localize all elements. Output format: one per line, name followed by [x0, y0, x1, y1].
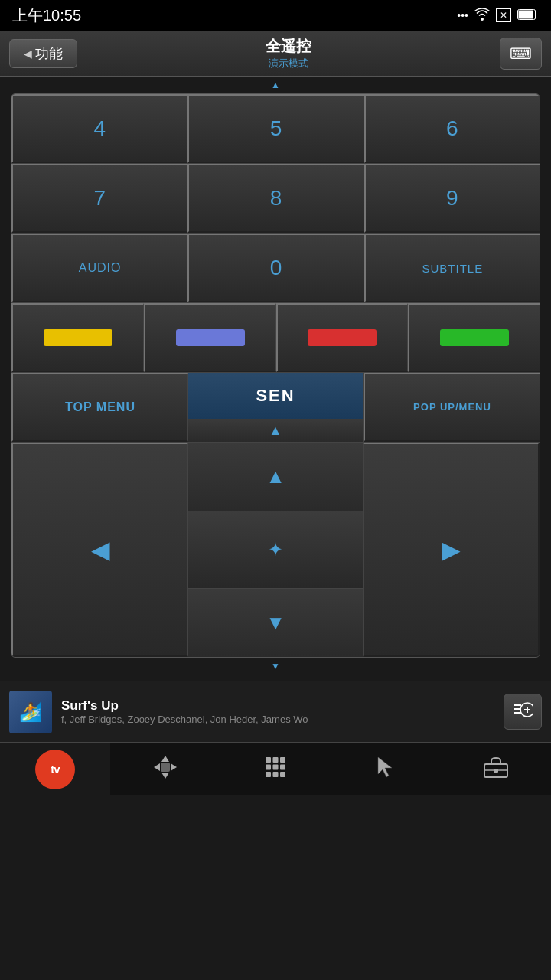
- green-btn[interactable]: [408, 303, 540, 372]
- now-playing-bar: 🏄 Surf's Up f, Jeff Bridges, Zooey Desch…: [0, 681, 551, 742]
- svg-marker-10: [154, 763, 160, 771]
- nav-numpad-button[interactable]: [220, 743, 331, 795]
- red-btn[interactable]: [276, 303, 409, 372]
- svg-rect-13: [266, 757, 271, 763]
- subtitle-button[interactable]: SUBTITLE: [364, 234, 540, 302]
- nav-down-button[interactable]: ▼: [188, 588, 363, 657]
- crosshair-icon: ✦: [268, 539, 283, 560]
- now-playing-info: Surf's Up f, Jeff Bridges, Zooey Deschan…: [61, 698, 494, 725]
- yellow-btn[interactable]: [11, 303, 144, 372]
- wifi-icon: [474, 8, 490, 23]
- movie-thumbnail: 🏄: [9, 691, 52, 733]
- nav-toolbox-button[interactable]: [441, 743, 551, 795]
- bottom-nav-bar: tv: [0, 742, 551, 795]
- keyboard-button[interactable]: ⌨: [500, 38, 542, 70]
- func-button[interactable]: 功能: [9, 39, 77, 68]
- top-menu-button[interactable]: TOP MENU: [11, 373, 188, 442]
- movie-cast: f, Jeff Bridges, Zooey Deschanel, Jon He…: [61, 714, 494, 725]
- svg-rect-20: [273, 772, 279, 777]
- sen-menu-row: TOP MENU SEN ▲ POP UP/MENU: [11, 373, 540, 443]
- toolbox-icon: [484, 756, 508, 782]
- nav-cursor-button[interactable]: [331, 743, 441, 795]
- red-bar: [308, 329, 377, 346]
- up-arrow-icon: ▲: [266, 465, 285, 488]
- movie-title: Surf's Up: [61, 698, 494, 714]
- tv-logo-icon: tv: [35, 750, 75, 789]
- btn-7[interactable]: 7: [11, 164, 187, 233]
- color-buttons-row: [11, 303, 540, 373]
- left-arrow-icon: ◀: [91, 535, 110, 564]
- header-center: 全遥控 演示模式: [77, 36, 500, 70]
- svg-rect-12: [161, 763, 170, 772]
- add-list-icon: [512, 705, 533, 722]
- btn-0[interactable]: 0: [187, 234, 364, 302]
- sen-up-arrow[interactable]: ▲: [188, 419, 363, 442]
- cursor-icon: [375, 756, 396, 783]
- svg-rect-15: [280, 757, 285, 763]
- btn-5[interactable]: 5: [187, 94, 364, 163]
- svg-marker-11: [171, 763, 177, 771]
- status-bar: 上午10:55 ••• ✕: [0, 0, 551, 31]
- svg-rect-1: [519, 10, 533, 18]
- svg-rect-17: [273, 764, 279, 769]
- remote-panel: 4 5 6 7 8 9 AUDIO 0 SUBTITLE: [11, 93, 540, 658]
- sen-button[interactable]: SEN: [188, 373, 363, 419]
- blue-btn[interactable]: [144, 303, 276, 372]
- scroll-up-indicator: ▲: [0, 77, 551, 93]
- number-row-789: 7 8 9: [11, 164, 540, 234]
- svg-rect-18: [280, 764, 285, 769]
- blue-bar: [176, 329, 245, 346]
- btn-6[interactable]: 6: [364, 94, 540, 163]
- audio-button[interactable]: AUDIO: [11, 234, 187, 302]
- status-icons: ••• ✕: [457, 8, 539, 23]
- audio-0-subtitle-row: AUDIO 0 SUBTITLE: [11, 234, 540, 303]
- status-time: 上午10:55: [12, 5, 81, 26]
- up-arrow-icon: ▲: [269, 423, 282, 439]
- svg-rect-14: [273, 757, 279, 763]
- signal-dots-icon: •••: [457, 9, 468, 21]
- nav-dpad-button[interactable]: [110, 743, 220, 795]
- page-title: 全遥控: [77, 36, 500, 57]
- svg-rect-19: [266, 772, 271, 777]
- numpad-icon: [264, 756, 287, 783]
- close-box-icon: ✕: [496, 8, 511, 22]
- svg-rect-16: [266, 764, 271, 769]
- func-label: 功能: [35, 44, 63, 63]
- movie-thumb-icon: 🏄: [19, 701, 42, 723]
- battery-icon: [517, 9, 539, 22]
- dpad-icon: [152, 754, 178, 785]
- nav-center-stack: ▲ ✦ ▼: [188, 443, 363, 657]
- navigation-section: ◀ ▲ ✦ ▼ ▶: [11, 443, 540, 657]
- btn-4[interactable]: 4: [11, 94, 187, 163]
- popup-menu-button[interactable]: POP UP/MENU: [364, 373, 540, 442]
- btn-9[interactable]: 9: [364, 164, 540, 233]
- svg-rect-23: [494, 769, 498, 773]
- add-to-queue-button[interactable]: [504, 694, 542, 730]
- green-bar: [440, 329, 509, 346]
- down-arrow-icon: ▼: [266, 611, 285, 635]
- keyboard-icon: ⌨: [510, 45, 532, 62]
- scroll-down-indicator: ▼: [0, 658, 551, 675]
- nav-tv-button[interactable]: tv: [0, 743, 110, 795]
- svg-marker-8: [161, 756, 169, 762]
- sen-center-area: SEN ▲: [188, 373, 364, 442]
- number-row-456: 4 5 6: [11, 94, 540, 164]
- nav-up-button[interactable]: ▲: [188, 443, 363, 511]
- svg-rect-21: [280, 772, 285, 777]
- header: 功能 全遥控 演示模式 ⌨: [0, 31, 551, 77]
- svg-marker-9: [161, 773, 169, 779]
- demo-mode-label: 演示模式: [77, 57, 500, 70]
- right-arrow-icon: ▶: [442, 535, 461, 564]
- nav-right-button[interactable]: ▶: [363, 443, 540, 657]
- nav-ok-button[interactable]: ✦: [188, 511, 363, 588]
- btn-8[interactable]: 8: [187, 164, 364, 233]
- yellow-bar: [44, 329, 112, 346]
- nav-left-button[interactable]: ◀: [11, 443, 188, 657]
